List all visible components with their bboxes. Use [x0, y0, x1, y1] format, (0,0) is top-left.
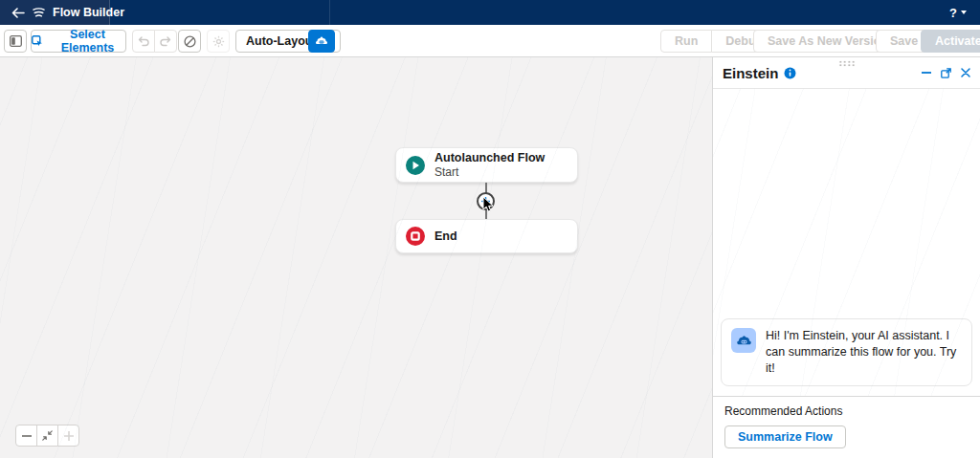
close-panel-button[interactable]: [961, 68, 970, 77]
help-menu-button[interactable]: ?: [949, 6, 967, 20]
header-segment-divider: [110, 0, 330, 25]
einstein-message-text: Hi! I'm Einstein, your AI assistant. I c…: [766, 328, 962, 377]
undo-icon: [138, 36, 149, 47]
activate-button[interactable]: Activate: [921, 30, 980, 53]
summarize-flow-button[interactable]: Summarize Flow: [724, 425, 846, 448]
flow-builder-icon: [33, 7, 45, 19]
header-left-section: Flow Builder: [0, 0, 110, 25]
settings-button[interactable]: [207, 30, 230, 53]
popout-panel-button[interactable]: [941, 68, 951, 78]
einstein-chat-message: Hi! I'm Einstein, your AI assistant. I c…: [721, 318, 972, 386]
zoom-in-button[interactable]: [57, 425, 79, 447]
minus-icon: [22, 435, 32, 437]
start-node-subtitle: Start: [434, 165, 545, 179]
toolbar: Select Elements Auto-Layout: [0, 25, 980, 57]
end-node-title: End: [434, 229, 457, 244]
einstein-robot-icon: [315, 35, 328, 47]
select-elements-icon: [32, 35, 43, 47]
fit-view-icon: [42, 430, 53, 441]
start-play-icon: [406, 156, 425, 175]
help-label: ?: [949, 6, 957, 20]
layout-mode-value: Auto-Layout: [246, 34, 317, 48]
minimize-panel-button[interactable]: [922, 72, 931, 74]
undo-button[interactable]: [132, 30, 155, 53]
einstein-panel: Einstein: [712, 57, 980, 458]
app-header: Flow Builder ?: [0, 0, 980, 25]
no-entry-icon: [184, 35, 196, 48]
einstein-assistant-button[interactable]: [308, 30, 335, 53]
zoom-controls: [15, 425, 79, 447]
recommended-actions-section: Recommended Actions Summarize Flow: [713, 396, 980, 458]
popout-icon: [941, 68, 951, 78]
end-node[interactable]: End: [395, 219, 578, 253]
start-node[interactable]: Autolaunched Flow Start: [395, 147, 578, 183]
start-node-title: Autolaunched Flow: [434, 151, 545, 165]
einstein-panel-title: Einstein: [723, 65, 778, 81]
einstein-avatar-icon: [731, 328, 756, 353]
delete-element-button[interactable]: [178, 30, 201, 53]
redo-icon: [160, 36, 171, 47]
chevron-down-icon: [961, 11, 967, 14]
recommended-actions-label: Recommended Actions: [724, 404, 969, 418]
minimize-icon: [922, 72, 931, 74]
zoom-out-button[interactable]: [15, 425, 37, 447]
redo-button[interactable]: [154, 30, 177, 53]
back-button[interactable]: [11, 8, 25, 18]
close-icon: [961, 68, 970, 77]
fit-to-view-button[interactable]: [36, 425, 58, 447]
toggle-panel-button[interactable]: [4, 30, 27, 53]
drag-handle[interactable]: [838, 60, 856, 67]
select-elements-button[interactable]: Select Elements: [31, 30, 126, 53]
run-button[interactable]: Run: [660, 30, 712, 53]
undo-redo-group: [132, 30, 177, 53]
gear-icon: [212, 35, 225, 48]
plus-icon: [64, 431, 74, 441]
einstein-panel-body: Hi! I'm Einstein, your AI assistant. I c…: [713, 89, 980, 396]
info-icon[interactable]: [784, 67, 796, 79]
end-stop-icon: [406, 227, 425, 246]
einstein-panel-header: Einstein: [713, 57, 980, 89]
back-arrow-icon: [11, 8, 25, 18]
mouse-cursor: [482, 196, 496, 213]
panel-toggle-icon: [10, 35, 22, 47]
select-elements-label: Select Elements: [50, 28, 125, 55]
flow-canvas[interactable]: Autolaunched Flow Start End: [0, 57, 712, 458]
